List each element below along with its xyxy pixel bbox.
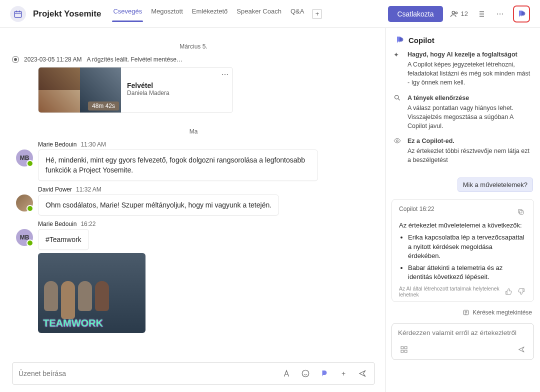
list-icon[interactable] bbox=[475, 8, 487, 20]
suggestion-chip[interactable]: Mik a műveletelemek? bbox=[458, 178, 533, 192]
prompts-icon[interactable] bbox=[398, 344, 410, 356]
recording-author: Daniela Madera bbox=[127, 90, 226, 96]
date-divider: Március 5. bbox=[12, 43, 375, 50]
copilot-compose-icon[interactable] bbox=[318, 368, 330, 380]
recording-card[interactable]: 48m 42s ⋯ Felvétel Daniela Madera bbox=[38, 67, 233, 113]
top-bar: Projekt Yosemite Csevegés Megosztott Eml… bbox=[0, 0, 540, 28]
date-divider-today: Ma bbox=[12, 128, 375, 135]
svg-point-3 bbox=[302, 370, 309, 377]
copilot-input-box[interactable] bbox=[392, 323, 534, 360]
message: Marie Bedouin16:22 MB #Teamwork TEAMWORK bbox=[12, 220, 375, 333]
meeting-title: Projekt Yosemite bbox=[33, 9, 101, 19]
recording-thumbnail: 48m 42s bbox=[38, 68, 121, 112]
tab-notes[interactable]: Emlékeztető bbox=[191, 6, 229, 22]
more-icon[interactable]: ⋯ bbox=[494, 8, 506, 20]
tab-speaker-coach[interactable]: Speaker Coach bbox=[236, 6, 282, 22]
copilot-header: Copilot bbox=[386, 28, 540, 50]
avatar[interactable]: MB bbox=[16, 229, 33, 246]
copilot-toggle-button[interactable] bbox=[513, 6, 530, 22]
compose-box[interactable]: + bbox=[12, 362, 375, 385]
avatar[interactable] bbox=[16, 194, 33, 212]
copilot-panel: Copilot ✦ Hagyd, hogy AI kezelje a fogla… bbox=[385, 28, 540, 392]
svg-rect-7 bbox=[518, 209, 522, 213]
thumbs-down-icon[interactable] bbox=[516, 286, 526, 298]
svg-point-4 bbox=[395, 95, 399, 99]
message-body: Hé, mindenki, mint egy gyors felvezető, … bbox=[38, 150, 318, 181]
search-icon bbox=[394, 94, 402, 131]
svg-rect-0 bbox=[14, 11, 22, 17]
svg-rect-11 bbox=[401, 350, 404, 353]
gif-caption: TEAMWORK bbox=[43, 318, 103, 329]
emoji-icon[interactable] bbox=[300, 368, 312, 380]
recording-status-line: 2023-03-05 11:28 AM A rögzítés leállt. F… bbox=[12, 56, 375, 63]
copy-icon[interactable] bbox=[514, 206, 526, 218]
message-body: Ohm csodálatos, Marie! Szuper méltányolj… bbox=[38, 194, 279, 216]
recording-duration: 48m 42s bbox=[88, 102, 119, 110]
sparkle-icon: ✦ bbox=[394, 50, 402, 88]
thumbs-up-icon[interactable] bbox=[504, 286, 514, 298]
recording-more-icon[interactable]: ⋯ bbox=[222, 70, 228, 78]
compose-input[interactable] bbox=[18, 370, 280, 378]
tab-row: Csevegés Megosztott Emlékeztető Speaker … bbox=[112, 6, 322, 22]
svg-rect-6 bbox=[520, 210, 524, 214]
view-requests-link[interactable]: Kérések megtekintése bbox=[386, 304, 540, 321]
svg-rect-12 bbox=[404, 350, 407, 353]
calendar-icon bbox=[10, 6, 26, 22]
gif-attachment[interactable]: TEAMWORK bbox=[38, 253, 146, 333]
message-body: #Teamwork bbox=[38, 229, 89, 250]
svg-rect-10 bbox=[404, 346, 407, 349]
avatar[interactable]: MB bbox=[16, 150, 33, 166]
eye-icon bbox=[394, 136, 402, 164]
svg-point-1 bbox=[452, 11, 454, 14]
svg-point-2 bbox=[455, 12, 457, 14]
copilot-input[interactable] bbox=[398, 329, 528, 336]
chat-pane: Március 5. 2023-03-05 11:28 AM A rögzíté… bbox=[0, 28, 385, 392]
record-icon bbox=[12, 56, 19, 63]
participants-count[interactable]: 12 bbox=[450, 10, 468, 18]
send-icon[interactable] bbox=[356, 368, 368, 380]
join-button[interactable]: Csatlakozta bbox=[388, 6, 442, 22]
send-icon[interactable] bbox=[516, 344, 528, 356]
recording-title: Felvétel bbox=[127, 82, 226, 90]
svg-point-5 bbox=[396, 140, 398, 142]
message: David Power11:32 AM Ohm csodálatos, Mari… bbox=[12, 186, 375, 216]
plus-icon[interactable]: + bbox=[338, 368, 350, 380]
format-icon[interactable] bbox=[280, 368, 292, 380]
tab-chat[interactable]: Csevegés bbox=[112, 6, 143, 22]
copilot-reply: Copilot 16:22 Az értekezlet műveleteleme… bbox=[392, 199, 534, 302]
tab-qa[interactable]: Q&A bbox=[290, 6, 305, 22]
copilot-logo-icon bbox=[394, 35, 404, 45]
svg-rect-9 bbox=[401, 346, 404, 349]
add-tab-button[interactable]: + bbox=[312, 9, 322, 19]
tab-shared[interactable]: Megosztott bbox=[150, 6, 184, 22]
message: Marie Bedouin11:30 AM MB Hé, mindenki, m… bbox=[12, 141, 375, 181]
